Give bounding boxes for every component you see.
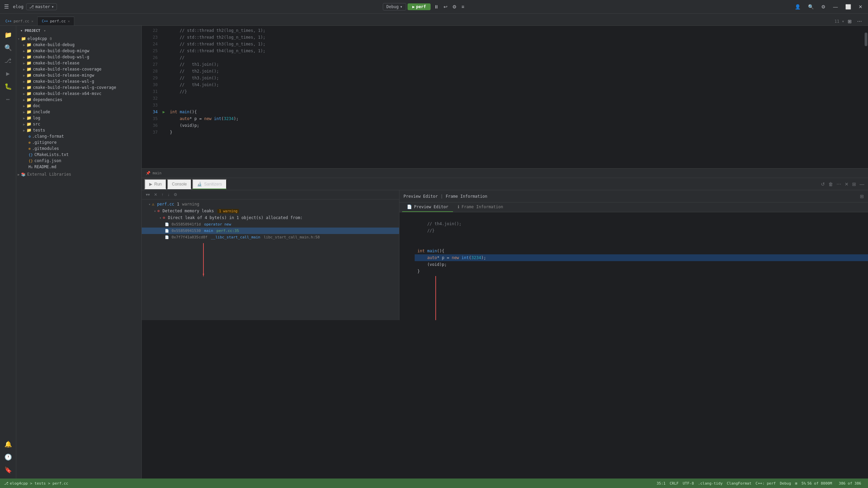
status-format-item[interactable]: ClangFormat bbox=[727, 481, 751, 486]
settings-san-button[interactable]: ⚙ bbox=[172, 192, 179, 198]
panel-more-button[interactable]: ⋯ bbox=[835, 180, 842, 188]
status-position-item[interactable]: 35:1 bbox=[656, 481, 666, 486]
app-name[interactable]: elog bbox=[13, 4, 23, 9]
console-tab[interactable]: Console bbox=[167, 179, 192, 189]
preview-expand-button[interactable]: ⊞ bbox=[860, 194, 864, 199]
vcs-activity-button[interactable]: ⎇ bbox=[2, 54, 14, 66]
sidebar-item-cmake-build-release[interactable]: ▶ 📁 cmake-build-release bbox=[16, 60, 141, 66]
status-crlf-item[interactable]: CRLF bbox=[670, 481, 679, 486]
search-activity-button[interactable]: 🔍 bbox=[2, 41, 14, 54]
sanitizers-tab[interactable]: 🔬 Sanitizers bbox=[192, 179, 227, 189]
more-options-button[interactable]: ≡ bbox=[459, 3, 466, 11]
sidebar-item-cmake-build-debug-wsl-g[interactable]: ▶ 📁 cmake-build-debug-wsl-g bbox=[16, 54, 141, 60]
pln bbox=[402, 241, 412, 248]
minimize-button[interactable]: — bbox=[830, 3, 841, 11]
pause-button[interactable]: ⏸ bbox=[432, 3, 441, 11]
status-branch-item[interactable]: ⎇ elog4cpp > tests > perf.cc bbox=[4, 481, 68, 486]
status-clang-tidy-item[interactable]: .clang-tidy bbox=[698, 481, 723, 486]
minimize-panel-button[interactable]: — bbox=[859, 180, 865, 188]
preview-editor-subtab[interactable]: 📄 Preview Editor bbox=[402, 202, 453, 212]
item-label: cmake-build-release bbox=[33, 61, 79, 65]
sidebar-item-readme[interactable]: M↓ README.md bbox=[16, 164, 141, 170]
status-encoding-item[interactable]: UTF-8 bbox=[683, 481, 694, 486]
san-expand-icon: ▾ bbox=[149, 202, 151, 206]
sidebar-item-dependencies[interactable]: ▶ 📁 dependencies bbox=[16, 97, 141, 103]
sidebar-item-include[interactable]: ▶ 📁 include bbox=[16, 109, 141, 115]
status-clang-tidy: .clang-tidy bbox=[698, 481, 723, 486]
bookmark-button[interactable]: 🔖 bbox=[2, 464, 14, 476]
frame-info-subtab[interactable]: ℹ Frame Information bbox=[453, 202, 508, 212]
expand-panel-button[interactable]: ⊞ bbox=[851, 180, 857, 188]
nav-down-button[interactable]: ↓ bbox=[166, 192, 171, 198]
san-file-item[interactable]: ▾ ⚠ perf.cc 1 warning bbox=[142, 201, 399, 208]
status-linecount-item[interactable]: 386 of 386 bbox=[836, 481, 864, 486]
sidebar-item-gitmodules[interactable]: ⊗ .gitmodules bbox=[16, 145, 141, 152]
sidebar-item-src[interactable]: ▶ 📁 src bbox=[16, 121, 141, 127]
tab-close-icon-1[interactable]: ✕ bbox=[31, 19, 33, 23]
san-direct-leak[interactable]: ▾ ⊗ Direct leak of 4 byte(s) in 1 object… bbox=[142, 214, 399, 221]
sidebar-header[interactable]: ▾ Project ▾ bbox=[16, 26, 141, 36]
san-frame-2[interactable]: 📄 0x55850941530 main perf.cc:35 bbox=[142, 228, 399, 234]
status-windows-item[interactable]: ⊞ bbox=[795, 481, 797, 486]
sidebar-item-clang-format[interactable]: ⚙ .clang-format bbox=[16, 133, 141, 139]
sidebar-item-cmake-build-release-mingw[interactable]: ▶ 📁 cmake-build-release-mingw bbox=[16, 72, 141, 78]
search-button[interactable]: 🔍 bbox=[805, 3, 816, 11]
settings-gear-button[interactable]: ⚙ bbox=[450, 3, 459, 11]
sidebar-item-cmake-build-release-coverage[interactable]: ▶ 📁 cmake-build-release-coverage bbox=[16, 66, 141, 72]
editor-scrollbar[interactable] bbox=[864, 26, 868, 168]
sidebar-item-cmake-build-debug-mingw[interactable]: ▶ 📁 cmake-build-debug-mingw bbox=[16, 48, 141, 54]
debug-activity-button[interactable]: 🐛 bbox=[2, 80, 14, 92]
dots-activity-button[interactable]: ⋯ bbox=[2, 93, 14, 105]
code-line-36: (void)p; bbox=[167, 122, 837, 129]
settings-button[interactable]: ⚙ bbox=[818, 3, 828, 11]
hamburger-icon[interactable]: ☰ bbox=[3, 2, 10, 11]
sidebar-item-config-json[interactable]: {} config.json bbox=[16, 158, 141, 164]
sidebar-item-log[interactable]: ▶ 📁 log bbox=[16, 115, 141, 121]
sidebar-item-cmakelists[interactable]: {} CMakeLists.txt bbox=[16, 152, 141, 158]
file-tab-active[interactable]: C++ perf.cc ✕ bbox=[38, 17, 74, 25]
profile-button[interactable]: 👤 bbox=[792, 3, 803, 11]
more-editor-button[interactable]: ⋯ bbox=[855, 17, 864, 25]
status-memory-item[interactable]: 5% 56 of 8000M bbox=[802, 481, 832, 486]
tab-close-icon-active[interactable]: ✕ bbox=[68, 19, 70, 23]
folder-icon: 📁 bbox=[26, 61, 32, 65]
san-frame-3[interactable]: 📄 0x7f7f41a035cd8f __libc_start_call_mai… bbox=[142, 234, 399, 240]
split-editor-button[interactable]: ⊞ bbox=[846, 17, 854, 25]
expand-all-button[interactable]: ▾▾ bbox=[144, 192, 151, 198]
notifications-button[interactable]: 🔔 bbox=[2, 438, 14, 450]
run-tab[interactable]: ▶ Run bbox=[144, 179, 166, 189]
run-activity-button[interactable]: ▶ bbox=[2, 67, 14, 79]
refresh-button[interactable]: ↺ bbox=[820, 180, 826, 188]
item-label: cmake-build-release-coverage bbox=[33, 67, 101, 72]
sidebar-toggle-button[interactable]: 📁 bbox=[2, 28, 14, 41]
san-frame-1[interactable]: 📄 0x55850941f1d operator new bbox=[142, 221, 399, 228]
sidebar-item-doc[interactable]: ▶ 📁 doc bbox=[16, 103, 141, 109]
status-lang-item[interactable]: C++: perf bbox=[755, 481, 776, 486]
sidebar-item-gitignore[interactable]: ⊗ .gitignore bbox=[16, 139, 141, 145]
sidebar-item-tests[interactable]: ▶ 📁 tests bbox=[16, 127, 141, 133]
close-panel-button[interactable]: ✕ bbox=[844, 180, 850, 188]
nav-up-button[interactable]: ↑ bbox=[160, 192, 165, 198]
code-line-25: // std::thread th4(log_n_times, 1); bbox=[167, 47, 837, 54]
code-content[interactable]: // std::thread th2(log_n_times, 1); // s… bbox=[167, 26, 837, 168]
sidebar-item-cmake-build-release-wsl-g[interactable]: ▶ 📁 cmake-build-release-wsl-g bbox=[16, 78, 141, 84]
sidebar-item-cmake-build-release-x64-msvc[interactable]: ▶ 📁 cmake-build-release-x64-msvc bbox=[16, 91, 141, 97]
status-debug-item[interactable]: Debug bbox=[780, 481, 791, 486]
sidebar-item-cmake-build-release-wsl-g-coverage[interactable]: ▶ 📁 cmake-build-release-wsl-g-coverage bbox=[16, 84, 141, 91]
step-over-button[interactable]: ↩ bbox=[441, 3, 450, 11]
sidebar-item-cmake-build-debug[interactable]: ▶ 📁 cmake-build-debug bbox=[16, 42, 141, 48]
maximize-button[interactable]: ⬜ bbox=[843, 3, 854, 11]
collapse-all-button[interactable]: ✕ bbox=[153, 192, 159, 198]
san-expand-icon: ▾ bbox=[154, 209, 156, 213]
sidebar-item-elog4cpp[interactable]: ▾ 📁 elog4cpp 0 bbox=[16, 36, 141, 42]
run-button[interactable]: ▶ perf bbox=[408, 3, 431, 10]
sidebar-item-external-libraries[interactable]: ▶ 📚 External Libraries bbox=[16, 171, 141, 177]
history-button[interactable]: 🕐 bbox=[2, 451, 14, 463]
close-button[interactable]: ✕ bbox=[856, 3, 865, 11]
clear-button[interactable]: 🗑 bbox=[827, 180, 834, 188]
file-tab-1[interactable]: C++ perf.cc ✕ bbox=[1, 17, 38, 25]
branch-badge[interactable]: ⎇ master ▾ bbox=[26, 3, 57, 10]
san-detected-memory-leaks[interactable]: ▾ ⊗ Detected memory leaks 1 warning bbox=[142, 208, 399, 214]
debug-button[interactable]: Debug ▾ bbox=[383, 3, 406, 11]
run-tab-icon: ▶ bbox=[149, 182, 152, 187]
